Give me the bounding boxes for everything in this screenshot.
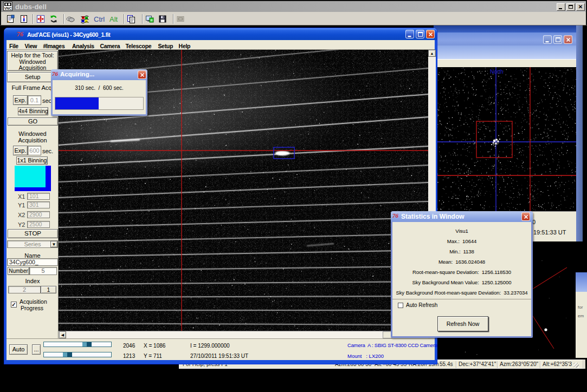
svg-text:North: North	[490, 69, 503, 75]
